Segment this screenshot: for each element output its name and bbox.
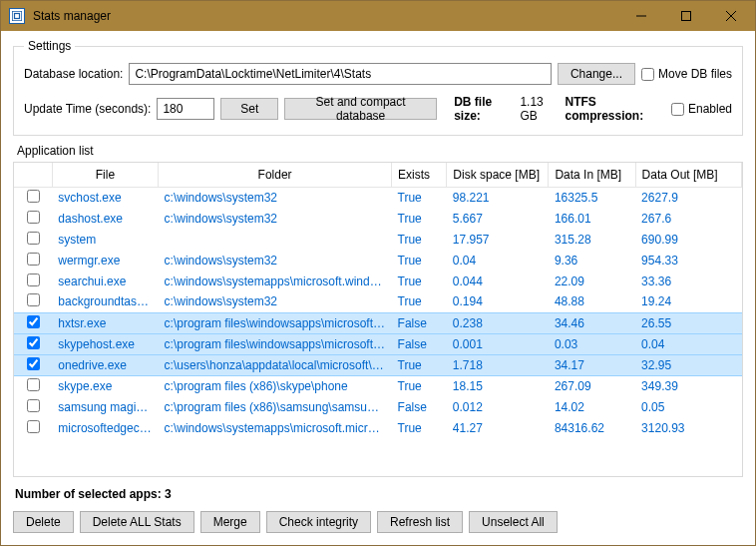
- table-row[interactable]: skype.exec:\program files (x86)\skype\ph…: [14, 375, 742, 396]
- cell-exists[interactable]: True: [392, 229, 447, 250]
- cell-disk[interactable]: 0.044: [447, 271, 549, 291]
- row-checkbox-cell[interactable]: [14, 396, 52, 417]
- cell-disk[interactable]: 5.667: [447, 208, 549, 229]
- cell-disk[interactable]: 1.718: [447, 354, 549, 375]
- row-checkbox[interactable]: [27, 378, 40, 391]
- cell-dout[interactable]: 954.33: [635, 250, 741, 271]
- row-checkbox-cell[interactable]: [14, 250, 52, 271]
- cell-din[interactable]: 315.28: [549, 229, 635, 250]
- minimize-button[interactable]: [618, 2, 663, 30]
- table-row[interactable]: hxtsr.exec:\program files\windowsapps\mi…: [14, 312, 742, 333]
- cell-exists[interactable]: False: [392, 396, 447, 417]
- cell-folder[interactable]: c:\windows\systemapps\microsoft.windows.…: [159, 271, 392, 291]
- cell-file[interactable]: dashost.exe: [52, 208, 158, 229]
- cell-file[interactable]: onedrive.exe: [52, 354, 158, 375]
- cell-folder[interactable]: c:\program files\windowsapps\microsoft.s…: [159, 333, 392, 354]
- row-checkbox[interactable]: [27, 293, 40, 306]
- refresh-button[interactable]: Refresh list: [377, 511, 463, 533]
- cell-dout[interactable]: 3120.93: [635, 417, 741, 438]
- cell-exists[interactable]: False: [392, 312, 447, 333]
- cell-dout[interactable]: 690.99: [635, 229, 741, 250]
- set-button[interactable]: Set: [220, 98, 278, 120]
- col-disk[interactable]: Disk space [MB]: [447, 163, 549, 187]
- cell-folder[interactable]: c:\program files\windowsapps\microsoft.w…: [159, 312, 392, 333]
- cell-file[interactable]: system: [52, 229, 158, 250]
- cell-folder[interactable]: c:\windows\system32: [159, 208, 392, 229]
- cell-disk[interactable]: 98.221: [447, 187, 549, 208]
- cell-dout[interactable]: 26.55: [635, 312, 741, 333]
- cell-dout[interactable]: 33.36: [635, 271, 741, 291]
- cell-folder[interactable]: [159, 229, 392, 250]
- table-row[interactable]: systemTrue17.957315.28690.99: [14, 229, 742, 250]
- table-row[interactable]: onedrive.exec:\users\honza\appdata\local…: [14, 354, 742, 375]
- cell-disk[interactable]: 17.957: [447, 229, 549, 250]
- col-dout[interactable]: Data Out [MB]: [635, 163, 741, 187]
- cell-din[interactable]: 34.46: [549, 312, 635, 333]
- row-checkbox[interactable]: [27, 253, 40, 266]
- maximize-button[interactable]: [663, 2, 708, 30]
- cell-exists[interactable]: True: [392, 250, 447, 271]
- cell-exists[interactable]: False: [392, 333, 447, 354]
- row-checkbox[interactable]: [27, 315, 40, 328]
- cell-din[interactable]: 84316.62: [549, 417, 635, 438]
- cell-dout[interactable]: 0.04: [635, 333, 741, 354]
- cell-din[interactable]: 34.17: [549, 354, 635, 375]
- row-checkbox-cell[interactable]: [14, 354, 52, 375]
- row-checkbox-cell[interactable]: [14, 271, 52, 291]
- cell-dout[interactable]: 19.24: [635, 291, 741, 312]
- cell-disk[interactable]: 0.001: [447, 333, 549, 354]
- table-row[interactable]: svchost.exec:\windows\system32True98.221…: [14, 187, 742, 208]
- row-checkbox[interactable]: [27, 211, 40, 224]
- cell-din[interactable]: 166.01: [549, 208, 635, 229]
- table-row[interactable]: microsoftedgecp.exec:\windows\systemapps…: [14, 417, 742, 438]
- cell-file[interactable]: skypehost.exe: [52, 333, 158, 354]
- row-checkbox[interactable]: [27, 336, 40, 349]
- row-checkbox-cell[interactable]: [14, 417, 52, 438]
- ntfs-enabled-input[interactable]: [671, 103, 684, 116]
- row-checkbox[interactable]: [27, 232, 40, 245]
- row-checkbox-cell[interactable]: [14, 229, 52, 250]
- cell-disk[interactable]: 0.238: [447, 312, 549, 333]
- row-checkbox-cell[interactable]: [14, 291, 52, 312]
- col-file[interactable]: File: [52, 163, 158, 187]
- row-checkbox[interactable]: [27, 273, 40, 286]
- setcompact-button[interactable]: Set and compact database: [284, 98, 437, 120]
- cell-folder[interactable]: c:\windows\system32: [159, 187, 392, 208]
- cell-disk[interactable]: 0.012: [447, 396, 549, 417]
- cell-din[interactable]: 9.36: [549, 250, 635, 271]
- cell-dout[interactable]: 32.95: [635, 354, 741, 375]
- cell-file[interactable]: backgroundtaskhost.exe: [52, 291, 158, 312]
- cell-folder[interactable]: c:\windows\system32: [159, 250, 392, 271]
- cell-din[interactable]: 267.09: [549, 375, 635, 396]
- movedb-checkbox[interactable]: Move DB files: [641, 67, 732, 81]
- cell-folder[interactable]: c:\windows\system32: [159, 291, 392, 312]
- cell-file[interactable]: skype.exe: [52, 375, 158, 396]
- cell-dout[interactable]: 349.39: [635, 375, 741, 396]
- cell-din[interactable]: 0.03: [549, 333, 635, 354]
- row-checkbox[interactable]: [27, 190, 40, 203]
- cell-file[interactable]: wermgr.exe: [52, 250, 158, 271]
- cell-folder[interactable]: c:\program files (x86)\skype\phone: [159, 375, 392, 396]
- row-checkbox-cell[interactable]: [14, 187, 52, 208]
- table-row[interactable]: samsung magician.exec:\program files (x8…: [14, 396, 742, 417]
- change-button[interactable]: Change...: [558, 63, 635, 85]
- check-integrity-button[interactable]: Check integrity: [266, 511, 371, 533]
- cell-exists[interactable]: True: [392, 375, 447, 396]
- unselect-all-button[interactable]: Unselect All: [469, 511, 558, 533]
- cell-file[interactable]: hxtsr.exe: [52, 312, 158, 333]
- row-checkbox[interactable]: [27, 420, 40, 433]
- cell-file[interactable]: svchost.exe: [52, 187, 158, 208]
- cell-din[interactable]: 48.88: [549, 291, 635, 312]
- cell-exists[interactable]: True: [392, 417, 447, 438]
- delete-button[interactable]: Delete: [13, 511, 74, 533]
- ntfs-enabled-checkbox[interactable]: Enabled: [671, 102, 732, 116]
- col-checkbox[interactable]: [14, 163, 52, 187]
- table-row[interactable]: skypehost.exec:\program files\windowsapp…: [14, 333, 742, 354]
- row-checkbox[interactable]: [27, 399, 40, 412]
- cell-din[interactable]: 16325.5: [549, 187, 635, 208]
- row-checkbox-cell[interactable]: [14, 208, 52, 229]
- delete-all-button[interactable]: Delete ALL Stats: [80, 511, 194, 533]
- table-row[interactable]: searchui.exec:\windows\systemapps\micros…: [14, 271, 742, 291]
- cell-exists[interactable]: True: [392, 291, 447, 312]
- cell-file[interactable]: searchui.exe: [52, 271, 158, 291]
